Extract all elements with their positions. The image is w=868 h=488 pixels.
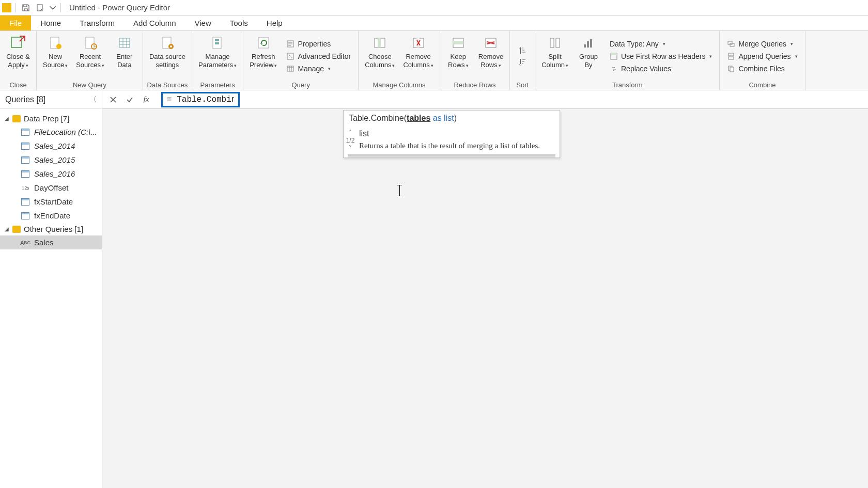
qat-customize-caret-icon[interactable] (49, 2, 56, 13)
sort-desc-button[interactable] (517, 57, 528, 67)
query-item[interactable]: Sales_2016 (0, 167, 102, 181)
tab-add-column[interactable]: Add Column (124, 15, 185, 30)
save-icon[interactable] (20, 2, 32, 13)
svg-rect-28 (587, 41, 589, 48)
intellisense-tooltip: Table.Combine(tables as list) ˄ 1/2 ˅ li… (343, 110, 560, 158)
ribbon-group-transform: Split Column▾ Group By Data Type: Any▾ U… (535, 31, 720, 90)
queries-folder[interactable]: ◢Data Prep [7] (0, 112, 102, 125)
expand-icon: ◢ (4, 116, 9, 121)
svg-rect-29 (590, 39, 592, 48)
split-column-button[interactable]: Split Column▾ (538, 32, 571, 80)
recent-sources-icon (82, 34, 99, 52)
svg-rect-27 (584, 44, 586, 48)
sort-asc-button[interactable] (517, 45, 528, 56)
commit-formula-icon[interactable] (124, 94, 135, 105)
refresh-preview-button[interactable]: Refresh Preview▾ (246, 32, 280, 80)
tab-file[interactable]: File (0, 15, 31, 30)
query-item[interactable]: Sales_2015 (0, 153, 102, 167)
formula-input-highlight (161, 92, 240, 107)
preview-canvas (102, 109, 868, 488)
manage-button[interactable]: Manage▾ (284, 64, 353, 74)
tab-transform[interactable]: Transform (70, 15, 124, 30)
table-icon (21, 142, 30, 150)
choose-columns-icon (371, 34, 389, 52)
query-item[interactable]: FileLocation (C:\... (0, 125, 102, 139)
remove-rows-button[interactable]: Remove Rows▾ (475, 32, 506, 80)
tooltip-overload-nav[interactable]: ˄ 1/2 ˅ (344, 126, 357, 154)
properties-label: Properties (298, 40, 331, 48)
append-queries-button[interactable]: Append Queries▾ (725, 51, 799, 61)
group-by-button[interactable]: Group By (574, 32, 603, 80)
data-type-button[interactable]: Data Type: Any▾ (608, 39, 714, 49)
data-source-settings-button[interactable]: Data source settings (146, 32, 189, 80)
first-row-headers-button[interactable]: Use First Row as Headers▾ (608, 51, 714, 61)
remove-columns-icon (410, 34, 427, 52)
close-and-apply-button[interactable]: Close & Apply▾ (3, 32, 33, 80)
queries-folder[interactable]: ◢Other Queries [1] (0, 223, 102, 235)
nav-down-icon[interactable]: ˅ (349, 145, 352, 152)
replace-values-label: Replace Values (621, 65, 671, 73)
tab-view[interactable]: View (185, 15, 221, 30)
group-sort-label: Sort (510, 81, 535, 90)
qat-dropdown-icon[interactable] (35, 2, 46, 13)
sig-type: list (444, 114, 454, 122)
tab-help[interactable]: Help (257, 15, 292, 30)
collapse-queries-icon[interactable]: 〈 (89, 95, 97, 104)
folder-icon (12, 115, 21, 122)
queries-panel: Queries [8] 〈 ◢Data Prep [7]FileLocation… (0, 90, 102, 488)
group-new-query-label: New Query (37, 81, 143, 90)
data-source-settings-icon (159, 34, 176, 52)
formula-bar: fx (102, 90, 868, 109)
new-source-button[interactable]: New Source▾ (40, 32, 71, 80)
svg-point-9 (170, 45, 172, 48)
query-item[interactable]: fxEndDate (0, 209, 102, 223)
merge-queries-button[interactable]: Merge Queries▾ (725, 39, 799, 49)
queries-tree: ◢Data Prep [7]FileLocation (C:\...Sales_… (0, 109, 102, 253)
combine-files-button[interactable]: Combine Files (725, 64, 799, 74)
ribbon-group-query: Refresh Preview▾ Properties Advanced Edi… (243, 31, 359, 90)
advanced-editor-button[interactable]: Advanced Editor (284, 51, 353, 61)
choose-columns-button[interactable]: Choose Columns▾ (362, 32, 398, 80)
ribbon: Close & Apply▾ Close New Source▾ Recent … (0, 31, 868, 90)
replace-values-button[interactable]: Replace Values (608, 64, 714, 74)
app-icon (2, 3, 11, 12)
tab-home[interactable]: Home (31, 15, 70, 30)
nav-up-icon[interactable]: ˄ (349, 129, 352, 136)
enter-data-button[interactable]: Enter Data (110, 32, 140, 80)
query-item[interactable]: fxStartDate (0, 195, 102, 209)
query-item[interactable]: Sales_2014 (0, 139, 102, 153)
properties-button[interactable]: Properties (284, 39, 353, 49)
group-query-label: Query (243, 81, 358, 90)
svg-rect-34 (729, 53, 734, 56)
group-by-icon (580, 34, 597, 52)
manage-parameters-button[interactable]: Manage Parameters▾ (195, 32, 240, 80)
remove-columns-button[interactable]: Remove Columns▾ (400, 32, 436, 80)
recent-sources-label: Recent Sources (76, 53, 101, 69)
recent-sources-button[interactable]: Recent Sources▾ (73, 32, 107, 80)
formula-input[interactable] (167, 95, 234, 104)
svg-rect-6 (119, 38, 130, 48)
cancel-formula-icon[interactable] (107, 94, 119, 105)
split-column-label: Split Column (541, 53, 565, 69)
tooltip-signature: Table.Combine(tables as list) (344, 111, 560, 126)
choose-columns-label: Choose Columns (365, 53, 392, 69)
fx-icon[interactable]: fx (141, 94, 152, 105)
query-item-label: fxEndDate (34, 211, 70, 220)
ribbon-group-close: Close & Apply▾ Close (0, 31, 37, 90)
ribbon-group-manage-columns: Choose Columns▾ Remove Columns▾ Manage C… (359, 31, 440, 90)
keep-rows-button[interactable]: Keep Rows▾ (443, 32, 473, 80)
text-cursor-icon (399, 185, 400, 196)
svg-rect-18 (378, 38, 381, 48)
ribbon-group-data-sources: Data source settings Data Sources (143, 31, 192, 90)
svg-rect-31 (611, 53, 617, 55)
query-item[interactable]: ABCSales (0, 235, 102, 249)
ribbon-tabs: File Home Transform Add Column View Tool… (0, 15, 868, 31)
new-source-label: New Source (43, 53, 64, 69)
advanced-editor-icon (286, 52, 295, 60)
svg-rect-1 (11, 37, 22, 48)
new-source-icon (47, 34, 64, 52)
tab-tools[interactable]: Tools (221, 15, 257, 30)
merge-queries-icon (727, 40, 735, 48)
query-item[interactable]: 12₃DayOffset (0, 181, 102, 195)
close-apply-icon (9, 34, 27, 52)
